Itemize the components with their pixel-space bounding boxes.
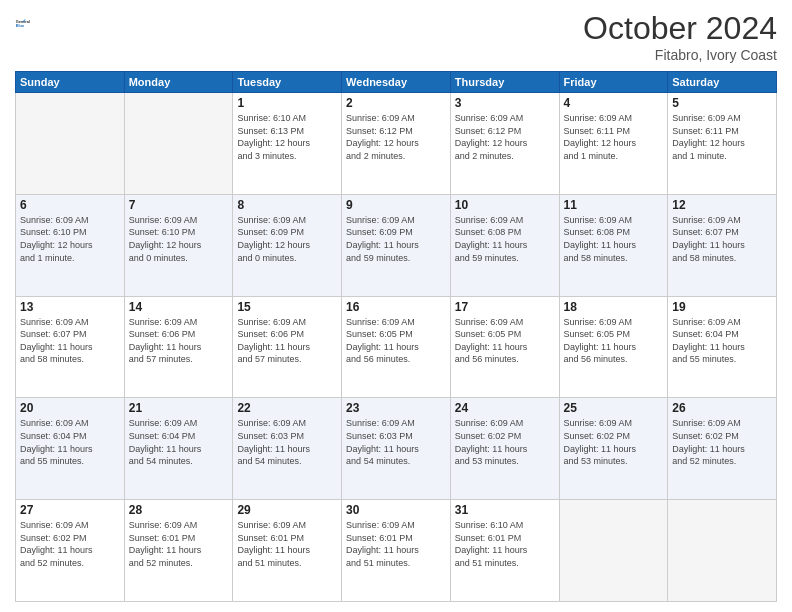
day-info: Sunrise: 6:09 AM Sunset: 6:07 PM Dayligh… xyxy=(20,316,120,366)
day-number: 8 xyxy=(237,198,337,212)
day-number: 25 xyxy=(564,401,664,415)
day-info: Sunrise: 6:09 AM Sunset: 6:02 PM Dayligh… xyxy=(672,417,772,467)
day-info: Sunrise: 6:09 AM Sunset: 6:04 PM Dayligh… xyxy=(20,417,120,467)
col-tuesday: Tuesday xyxy=(233,72,342,93)
day-number: 5 xyxy=(672,96,772,110)
day-number: 29 xyxy=(237,503,337,517)
day-number: 22 xyxy=(237,401,337,415)
day-info: Sunrise: 6:09 AM Sunset: 6:08 PM Dayligh… xyxy=(564,214,664,264)
svg-text:Blue: Blue xyxy=(16,25,24,29)
day-number: 2 xyxy=(346,96,446,110)
day-info: Sunrise: 6:09 AM Sunset: 6:01 PM Dayligh… xyxy=(346,519,446,569)
calendar-week-row: 27Sunrise: 6:09 AM Sunset: 6:02 PM Dayli… xyxy=(16,500,777,602)
table-row: 6Sunrise: 6:09 AM Sunset: 6:10 PM Daylig… xyxy=(16,194,125,296)
table-row: 24Sunrise: 6:09 AM Sunset: 6:02 PM Dayli… xyxy=(450,398,559,500)
day-number: 13 xyxy=(20,300,120,314)
table-row: 28Sunrise: 6:09 AM Sunset: 6:01 PM Dayli… xyxy=(124,500,233,602)
day-info: Sunrise: 6:09 AM Sunset: 6:09 PM Dayligh… xyxy=(346,214,446,264)
day-info: Sunrise: 6:09 AM Sunset: 6:07 PM Dayligh… xyxy=(672,214,772,264)
col-sunday: Sunday xyxy=(16,72,125,93)
day-info: Sunrise: 6:09 AM Sunset: 6:05 PM Dayligh… xyxy=(455,316,555,366)
day-number: 12 xyxy=(672,198,772,212)
day-number: 11 xyxy=(564,198,664,212)
day-info: Sunrise: 6:09 AM Sunset: 6:09 PM Dayligh… xyxy=(237,214,337,264)
table-row: 18Sunrise: 6:09 AM Sunset: 6:05 PM Dayli… xyxy=(559,296,668,398)
day-number: 19 xyxy=(672,300,772,314)
day-number: 27 xyxy=(20,503,120,517)
svg-text:General: General xyxy=(16,20,30,24)
table-row: 12Sunrise: 6:09 AM Sunset: 6:07 PM Dayli… xyxy=(668,194,777,296)
day-number: 24 xyxy=(455,401,555,415)
table-row: 21Sunrise: 6:09 AM Sunset: 6:04 PM Dayli… xyxy=(124,398,233,500)
col-friday: Friday xyxy=(559,72,668,93)
day-number: 16 xyxy=(346,300,446,314)
table-row: 7Sunrise: 6:09 AM Sunset: 6:10 PM Daylig… xyxy=(124,194,233,296)
day-number: 6 xyxy=(20,198,120,212)
day-number: 18 xyxy=(564,300,664,314)
day-info: Sunrise: 6:09 AM Sunset: 6:12 PM Dayligh… xyxy=(346,112,446,162)
day-info: Sunrise: 6:09 AM Sunset: 6:04 PM Dayligh… xyxy=(672,316,772,366)
table-row: 17Sunrise: 6:09 AM Sunset: 6:05 PM Dayli… xyxy=(450,296,559,398)
day-info: Sunrise: 6:09 AM Sunset: 6:10 PM Dayligh… xyxy=(20,214,120,264)
day-number: 14 xyxy=(129,300,229,314)
table-row: 23Sunrise: 6:09 AM Sunset: 6:03 PM Dayli… xyxy=(342,398,451,500)
logo-icon: General Blue xyxy=(15,10,43,38)
day-info: Sunrise: 6:09 AM Sunset: 6:11 PM Dayligh… xyxy=(564,112,664,162)
table-row xyxy=(559,500,668,602)
calendar-week-row: 6Sunrise: 6:09 AM Sunset: 6:10 PM Daylig… xyxy=(16,194,777,296)
day-number: 17 xyxy=(455,300,555,314)
table-row: 30Sunrise: 6:09 AM Sunset: 6:01 PM Dayli… xyxy=(342,500,451,602)
day-number: 1 xyxy=(237,96,337,110)
day-number: 28 xyxy=(129,503,229,517)
table-row: 22Sunrise: 6:09 AM Sunset: 6:03 PM Dayli… xyxy=(233,398,342,500)
table-row: 27Sunrise: 6:09 AM Sunset: 6:02 PM Dayli… xyxy=(16,500,125,602)
col-wednesday: Wednesday xyxy=(342,72,451,93)
day-number: 4 xyxy=(564,96,664,110)
day-info: Sunrise: 6:09 AM Sunset: 6:02 PM Dayligh… xyxy=(455,417,555,467)
location-subtitle: Fitabro, Ivory Coast xyxy=(583,47,777,63)
day-info: Sunrise: 6:09 AM Sunset: 6:04 PM Dayligh… xyxy=(129,417,229,467)
table-row: 4Sunrise: 6:09 AM Sunset: 6:11 PM Daylig… xyxy=(559,93,668,195)
title-block: October 2024 Fitabro, Ivory Coast xyxy=(583,10,777,63)
table-row: 3Sunrise: 6:09 AM Sunset: 6:12 PM Daylig… xyxy=(450,93,559,195)
day-number: 10 xyxy=(455,198,555,212)
day-info: Sunrise: 6:10 AM Sunset: 6:01 PM Dayligh… xyxy=(455,519,555,569)
table-row: 15Sunrise: 6:09 AM Sunset: 6:06 PM Dayli… xyxy=(233,296,342,398)
table-row: 1Sunrise: 6:10 AM Sunset: 6:13 PM Daylig… xyxy=(233,93,342,195)
day-info: Sunrise: 6:09 AM Sunset: 6:12 PM Dayligh… xyxy=(455,112,555,162)
day-info: Sunrise: 6:09 AM Sunset: 6:01 PM Dayligh… xyxy=(129,519,229,569)
col-saturday: Saturday xyxy=(668,72,777,93)
day-number: 15 xyxy=(237,300,337,314)
logo: General Blue xyxy=(15,10,43,38)
col-monday: Monday xyxy=(124,72,233,93)
table-row: 13Sunrise: 6:09 AM Sunset: 6:07 PM Dayli… xyxy=(16,296,125,398)
day-number: 23 xyxy=(346,401,446,415)
col-thursday: Thursday xyxy=(450,72,559,93)
table-row xyxy=(124,93,233,195)
day-number: 31 xyxy=(455,503,555,517)
day-number: 9 xyxy=(346,198,446,212)
calendar-table: Sunday Monday Tuesday Wednesday Thursday… xyxy=(15,71,777,602)
table-row: 19Sunrise: 6:09 AM Sunset: 6:04 PM Dayli… xyxy=(668,296,777,398)
day-number: 30 xyxy=(346,503,446,517)
day-info: Sunrise: 6:09 AM Sunset: 6:03 PM Dayligh… xyxy=(346,417,446,467)
day-info: Sunrise: 6:09 AM Sunset: 6:02 PM Dayligh… xyxy=(20,519,120,569)
table-row: 20Sunrise: 6:09 AM Sunset: 6:04 PM Dayli… xyxy=(16,398,125,500)
calendar-week-row: 1Sunrise: 6:10 AM Sunset: 6:13 PM Daylig… xyxy=(16,93,777,195)
table-row: 10Sunrise: 6:09 AM Sunset: 6:08 PM Dayli… xyxy=(450,194,559,296)
table-row: 2Sunrise: 6:09 AM Sunset: 6:12 PM Daylig… xyxy=(342,93,451,195)
table-row: 8Sunrise: 6:09 AM Sunset: 6:09 PM Daylig… xyxy=(233,194,342,296)
day-number: 26 xyxy=(672,401,772,415)
calendar-week-row: 20Sunrise: 6:09 AM Sunset: 6:04 PM Dayli… xyxy=(16,398,777,500)
table-row: 16Sunrise: 6:09 AM Sunset: 6:05 PM Dayli… xyxy=(342,296,451,398)
day-info: Sunrise: 6:09 AM Sunset: 6:10 PM Dayligh… xyxy=(129,214,229,264)
page: General Blue October 2024 Fitabro, Ivory… xyxy=(0,0,792,612)
day-info: Sunrise: 6:09 AM Sunset: 6:05 PM Dayligh… xyxy=(564,316,664,366)
day-info: Sunrise: 6:09 AM Sunset: 6:02 PM Dayligh… xyxy=(564,417,664,467)
day-info: Sunrise: 6:09 AM Sunset: 6:08 PM Dayligh… xyxy=(455,214,555,264)
day-info: Sunrise: 6:09 AM Sunset: 6:01 PM Dayligh… xyxy=(237,519,337,569)
table-row: 31Sunrise: 6:10 AM Sunset: 6:01 PM Dayli… xyxy=(450,500,559,602)
day-info: Sunrise: 6:10 AM Sunset: 6:13 PM Dayligh… xyxy=(237,112,337,162)
table-row xyxy=(668,500,777,602)
month-title: October 2024 xyxy=(583,10,777,47)
